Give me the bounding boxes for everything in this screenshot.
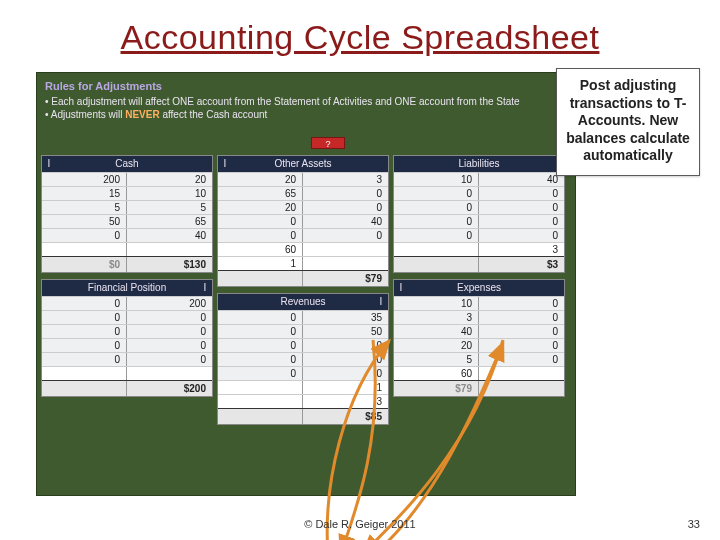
t-cell-credit: 0	[479, 229, 564, 242]
t-cell-debit: 0	[394, 187, 479, 200]
t-cell-credit: 0	[127, 311, 212, 324]
t-cell-debit: 0	[218, 311, 303, 324]
rules-heading: Rules for Adjustments	[45, 79, 567, 93]
table-row: 040	[42, 228, 212, 242]
t-cell-credit: 200	[127, 297, 212, 310]
t-cell-credit: 0	[479, 311, 564, 324]
t-cell-debit	[218, 381, 303, 394]
table-row: 050	[218, 324, 388, 338]
table-row-adjustment: 60	[218, 242, 388, 256]
rules-line-1: • Each adjustment will affect ONE accoun…	[45, 95, 567, 108]
table-row-adjustment: 1	[218, 256, 388, 270]
t-cell-debit: 0	[42, 229, 127, 242]
t-total-debit	[218, 271, 303, 286]
t-cell-debit: 0	[42, 339, 127, 352]
table-row: 00	[42, 324, 212, 338]
t-header-right	[198, 156, 212, 172]
t-header-left	[42, 280, 56, 296]
rules-block: Rules for Adjustments • Each adjustment …	[37, 73, 575, 129]
t-cell-credit: 20	[127, 173, 212, 186]
table-row-adjustment	[42, 242, 212, 256]
table-row: 00	[42, 310, 212, 324]
t-cell-credit: 0	[303, 339, 388, 352]
t-cell-debit: 0	[42, 297, 127, 310]
rules-line-2: • Adjustments will NEVER affect the Cash…	[45, 108, 567, 121]
table-row: 00	[218, 228, 388, 242]
t-total-row: $79	[218, 270, 388, 286]
t-total-row: $79	[394, 380, 564, 396]
t-cell-debit	[218, 395, 303, 408]
t-cell-credit: 35	[303, 311, 388, 324]
t-cell-credit: 0	[479, 187, 564, 200]
table-row-adjustment	[42, 366, 212, 380]
t-cell-credit: 0	[479, 325, 564, 338]
t-cell-credit: 0	[479, 215, 564, 228]
table-row: 040	[218, 214, 388, 228]
t-total-credit: $79	[303, 271, 388, 286]
t-cell-debit: 40	[394, 325, 479, 338]
t-cell-credit: 65	[127, 215, 212, 228]
t-cell-credit: 3	[303, 173, 388, 186]
t-total-debit	[394, 257, 479, 272]
t-cell-debit: 5	[394, 353, 479, 366]
t-cell-debit: 20	[394, 339, 479, 352]
t-total-credit: $130	[127, 257, 212, 272]
t-header-right	[374, 156, 388, 172]
table-row: 203	[218, 172, 388, 186]
t-header-left	[394, 156, 408, 172]
t-account-expenses: IExpenses100304002005060$79	[393, 279, 565, 397]
table-row: 00	[394, 200, 564, 214]
t-cell-debit: 20	[218, 173, 303, 186]
table-row-adjustment: 1	[218, 380, 388, 394]
rules-never: NEVER	[125, 109, 159, 120]
t-cell-credit: 0	[479, 353, 564, 366]
rules-line-2-post: affect the Cash account	[160, 109, 268, 120]
table-row: 00	[394, 228, 564, 242]
t-cell-credit	[479, 367, 564, 380]
red-flag-cell: ?	[311, 137, 345, 149]
t-cell-debit: 10	[394, 173, 479, 186]
t-header-left: I	[42, 156, 56, 172]
t-total-row: $85	[218, 408, 388, 424]
t-header-title: Revenues	[232, 294, 374, 310]
t-header-title: Cash	[56, 156, 198, 172]
t-total-credit: $200	[127, 381, 212, 396]
t-cell-debit: 50	[42, 215, 127, 228]
t-cell-debit: 65	[218, 187, 303, 200]
t-cell-credit: 0	[479, 297, 564, 310]
table-row: 400	[394, 324, 564, 338]
t-cell-credit: 50	[303, 325, 388, 338]
table-row: 0200	[42, 296, 212, 310]
t-cell-credit: 0	[479, 339, 564, 352]
t-account-revenues: RevenuesI03505000000013$85	[217, 293, 389, 425]
t-cell-debit: 0	[218, 325, 303, 338]
t-cell-credit: 0	[303, 353, 388, 366]
t-cell-credit: 3	[479, 243, 564, 256]
t-cell-credit: 0	[303, 201, 388, 214]
t-cell-debit: 0	[394, 201, 479, 214]
t-cell-debit: 0	[218, 367, 303, 380]
spreadsheet-panel: Rules for Adjustments • Each adjustment …	[36, 72, 576, 496]
t-total-credit: $3	[479, 257, 564, 272]
table-row: 1040	[394, 172, 564, 186]
t-account-liabilities: LiabilitiesI1040000000003$3	[393, 155, 565, 273]
t-cell-credit: 0	[303, 229, 388, 242]
table-row: 00	[42, 352, 212, 366]
t-account-grid: ICash200201510555065040$0$130 Financial …	[41, 155, 565, 425]
table-row: 00	[42, 338, 212, 352]
t-header-title: Liabilities	[408, 156, 550, 172]
t-account-financial-position: Financial PositionI020000000000$200	[41, 279, 213, 397]
t-cell-debit	[42, 243, 127, 256]
t-header-right: I	[374, 294, 388, 310]
table-row: 200	[218, 200, 388, 214]
t-cell-credit: 40	[303, 215, 388, 228]
t-total-row: $3	[394, 256, 564, 272]
t-cell-debit: 5	[42, 201, 127, 214]
t-cell-debit: 200	[42, 173, 127, 186]
t-cell-credit: 0	[127, 339, 212, 352]
t-account-cash: ICash200201510555065040$0$130	[41, 155, 213, 273]
t-cell-debit: 20	[218, 201, 303, 214]
table-row: 100	[394, 296, 564, 310]
table-row: 5065	[42, 214, 212, 228]
table-row: 20020	[42, 172, 212, 186]
